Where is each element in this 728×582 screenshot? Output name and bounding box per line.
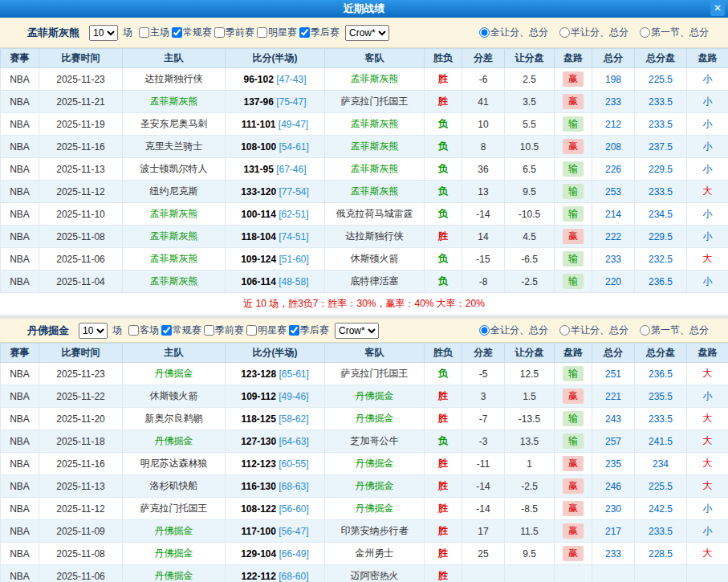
cell-over-under: 大 [687, 475, 728, 498]
over-under-text: 大 [703, 253, 713, 264]
cell-handicap-line: 4.5 [505, 226, 555, 248]
result-text: 胜 [438, 480, 448, 491]
line-option-radio[interactable]: 第一节、总分 [640, 324, 709, 337]
cell-handicap-result: 赢 [555, 226, 592, 248]
filter-checkbox[interactable]: 常规赛 [161, 324, 201, 337]
checkbox-input[interactable] [128, 325, 139, 336]
cell-league: NBA [1, 113, 39, 136]
cell-total-line: 235.5 [635, 385, 687, 408]
game-row: NBA2025-11-12萨克拉门托国王108-122 [56-60]丹佛掘金胜… [1, 498, 728, 520]
bookmaker-select[interactable]: Crow* [345, 25, 389, 41]
cell-handicap-line: 3.5 [505, 91, 555, 113]
handicap-result-badge: 赢 [563, 523, 584, 539]
column-header: 比赛时间 [39, 49, 123, 68]
checkbox-input[interactable] [161, 325, 172, 336]
handicap-result-badge: 输 [563, 366, 584, 381]
cell-league: NBA [1, 475, 39, 498]
cell-handicap-result: 输 [555, 203, 592, 226]
halftime-score: [77-54] [276, 186, 309, 197]
cell-home-team: 孟菲斯灰熊 [123, 248, 226, 271]
final-score: 122-112 [241, 571, 275, 582]
bookmaker-select[interactable]: Crow* [335, 323, 379, 339]
final-score: 137-96 [243, 96, 273, 108]
filter-checkbox[interactable]: 明星赛 [257, 26, 297, 39]
checkbox-input[interactable] [204, 325, 214, 336]
games-count-select[interactable]: 10 [89, 25, 118, 41]
filter-checkbox[interactable]: 客场 [128, 324, 159, 337]
filter-checkbox[interactable]: 季后赛 [299, 26, 340, 39]
cell-league: NBA [1, 91, 39, 113]
filter-checkbox[interactable]: 季前赛 [204, 324, 244, 337]
checkbox-input[interactable] [257, 27, 267, 38]
checkbox-label: 明星赛 [258, 324, 287, 337]
cell-handicap-result: 输 [555, 430, 592, 453]
cell-home-team: 休斯顿火箭 [123, 385, 226, 408]
close-icon[interactable]: ✕ [710, 2, 725, 16]
handicap-result-badge: 输 [563, 206, 584, 222]
filter-checkbox[interactable]: 季前赛 [214, 26, 254, 39]
games-count-select[interactable]: 10 [79, 323, 108, 339]
checkbox-input[interactable] [139, 27, 149, 38]
cell-handicap-line: 2.5 [505, 68, 555, 91]
column-header: 胜负 [425, 49, 462, 68]
line-option-radio[interactable]: 第一节、总分 [640, 26, 709, 39]
over-under-text: 小 [703, 118, 713, 129]
cell-league: NBA [1, 453, 39, 475]
line-option-radio[interactable]: 半让分、总分 [559, 324, 628, 337]
result-text: 胜 [438, 525, 448, 536]
cell-handicap-result: 输 [555, 181, 592, 203]
checkbox-input[interactable] [214, 27, 225, 38]
cell-total-points: 257 [592, 430, 635, 453]
handicap-result-badge: 输 [563, 274, 584, 289]
filter-checkbox[interactable]: 明星赛 [246, 324, 287, 337]
cell-date: 2025-11-09 [39, 520, 123, 543]
radio-input[interactable] [640, 325, 650, 336]
over-under-text: 小 [703, 390, 713, 401]
cell-total-line: 234.5 [635, 203, 687, 226]
cell-home-team: 明尼苏达森林狼 [123, 453, 226, 475]
cell-handicap-line: 11.5 [505, 520, 555, 543]
filter-checkbox[interactable]: 常规赛 [172, 26, 212, 39]
cell-total-points: 233 [592, 543, 635, 565]
cell-score: 108-122 [56-60] [226, 498, 325, 520]
cell-handicap-result: 赢 [555, 520, 592, 543]
cell-result: 胜 [425, 475, 462, 498]
final-score: 118-125 [241, 413, 275, 425]
radio-input[interactable] [479, 27, 490, 38]
filter-checkbox[interactable]: 主场 [139, 26, 169, 39]
cell-date: 2025-11-06 [39, 248, 123, 271]
line-option-radio[interactable]: 全让分、总分 [479, 324, 548, 337]
result-text: 胜 [438, 390, 448, 401]
result-text: 负 [438, 208, 448, 219]
cell-point-diff: -14 [462, 475, 505, 498]
cell-handicap-line: -8.5 [505, 498, 555, 520]
radio-input[interactable] [559, 27, 570, 38]
line-option-radio[interactable]: 半让分、总分 [559, 26, 628, 39]
cell-handicap-line: 13.5 [505, 430, 555, 453]
column-header: 盘路 [687, 344, 728, 363]
checkbox-label: 季前赛 [215, 324, 244, 337]
cell-handicap-result: 赢 [555, 385, 592, 408]
checkbox-input[interactable] [299, 27, 310, 38]
cell-handicap-result: 赢 [555, 543, 592, 565]
cell-away-team: 萨克拉门托国王 [325, 363, 425, 385]
cell-over-under: 小 [687, 68, 728, 91]
checkbox-input[interactable] [289, 325, 299, 336]
game-row: NBA2025-11-16克里夫兰骑士108-100 [54-61]孟菲斯灰熊负… [1, 136, 728, 158]
radio-input[interactable] [559, 325, 570, 336]
radio-input[interactable] [640, 27, 650, 38]
game-row: NBA2025-11-10孟菲斯灰熊100-114 [62-51]俄克拉荷马城雷… [1, 203, 728, 226]
count-suffix-label: 场 [112, 324, 122, 337]
final-score: 112-123 [241, 458, 275, 470]
final-score: 117-100 [241, 526, 275, 537]
line-option-radio[interactable]: 全让分、总分 [479, 26, 548, 39]
checkbox-input[interactable] [172, 27, 182, 38]
final-score: 100-114 [241, 209, 275, 220]
radio-input[interactable] [479, 325, 490, 336]
recent-results-panel: 近期战绩 ✕ 孟菲斯灰熊 10 场 主场常规赛季前赛明星赛季后赛 Crow* 全… [0, 0, 728, 582]
checkbox-input[interactable] [246, 325, 257, 336]
section-grizzlies: 孟菲斯灰熊 10 场 主场常规赛季前赛明星赛季后赛 Crow* 全让分、总分半让… [0, 18, 728, 315]
filter-checkbox[interactable]: 季后赛 [289, 324, 329, 337]
halftime-score: [54-61] [276, 141, 309, 153]
cell-over-under: 小 [687, 498, 728, 520]
